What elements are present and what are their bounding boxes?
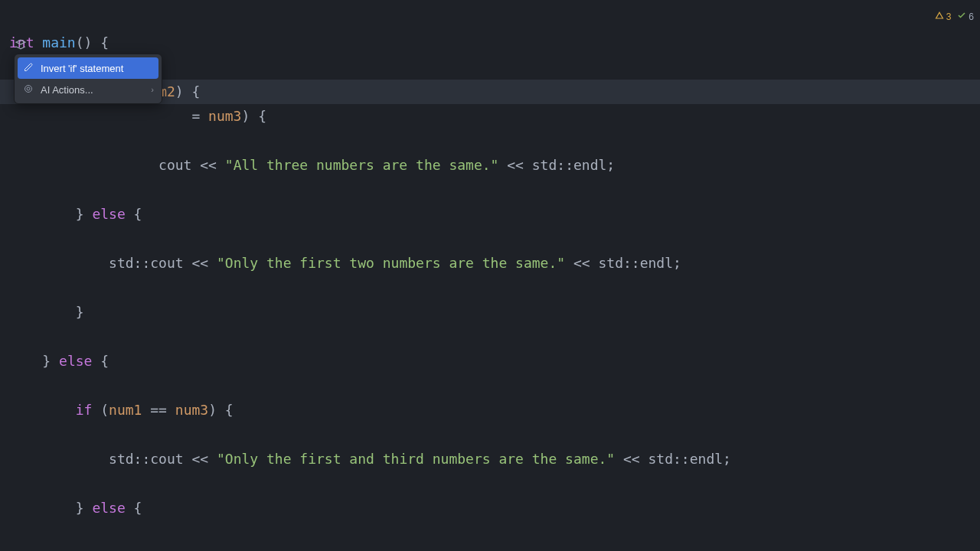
code-line: } else { <box>9 496 971 520</box>
svg-point-0 <box>25 86 32 93</box>
ai-icon <box>22 84 34 95</box>
menu-item-ai-actions[interactable]: AI Actions... › <box>15 79 162 100</box>
checks-count: 6 <box>969 5 974 29</box>
code-line: if (num1 == num3) { <box>9 398 971 422</box>
checks-badge[interactable]: 6 <box>957 5 974 29</box>
code-line: if (num2 == num3) { <box>9 545 971 551</box>
code-line: int main() { <box>9 31 971 55</box>
check-icon <box>957 5 966 29</box>
warnings-badge[interactable]: 3 <box>935 5 952 29</box>
menu-item-label: Invert 'if' statement <box>41 64 123 73</box>
code-line: cout << "All three numbers are the same.… <box>9 153 971 178</box>
code-line: std::cout << "Only the first and third n… <box>9 447 971 471</box>
warnings-count: 3 <box>946 5 952 29</box>
code-line: } else { <box>9 349 971 373</box>
menu-item-label: AI Actions... <box>41 85 93 95</box>
code-line: } <box>9 300 971 324</box>
edit-icon <box>22 63 34 73</box>
warning-icon <box>935 5 944 29</box>
code-line: } else { <box>9 202 971 227</box>
code-line: = num3) { <box>9 104 971 129</box>
svg-point-1 <box>27 87 30 90</box>
menu-item-invert-if[interactable]: Invert 'if' statement <box>18 57 158 79</box>
context-menu: Invert 'if' statement AI Actions... › <box>14 54 162 104</box>
chevron-right-icon: › <box>151 86 154 94</box>
status-bar: 3 6 <box>935 5 974 29</box>
code-line: std::cout << "Only the first two numbers… <box>9 251 971 276</box>
